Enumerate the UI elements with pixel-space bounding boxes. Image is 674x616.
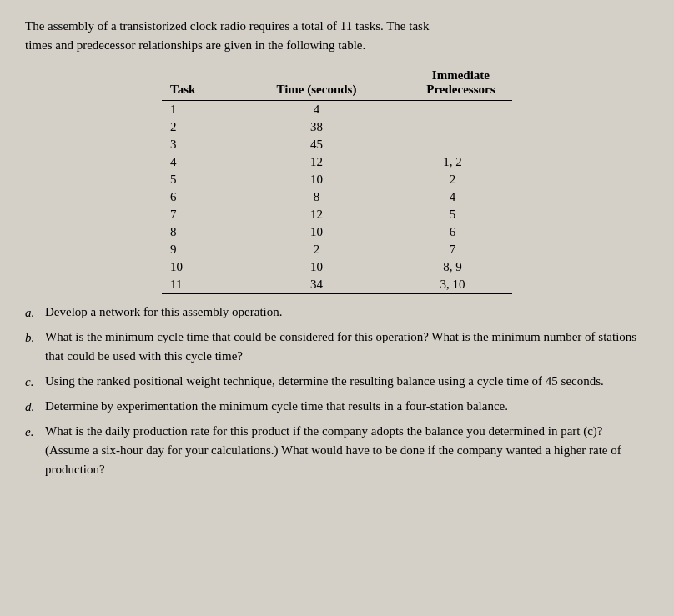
col-predecessors-header: Immediate Predecessors: [393, 68, 512, 101]
intro-line2: times and predecessor relationships are …: [25, 38, 365, 52]
predecessors-cell: [393, 118, 512, 136]
col-task-header: Task: [162, 68, 240, 101]
task-cell: 11: [162, 276, 240, 294]
task-cell: 10: [162, 258, 240, 276]
question-item: d.Determine by experimentation the minim…: [25, 397, 649, 417]
predecessors-cell: 4: [393, 188, 512, 206]
question-label: b.: [25, 328, 42, 348]
time-cell: 34: [240, 276, 393, 294]
task-cell: 7: [162, 206, 240, 223]
time-cell: 45: [240, 136, 393, 153]
intro-line1: The assembly of a transistorized clock r…: [25, 19, 429, 33]
assembly-table: Task Time (seconds) Immediate Predecesso…: [162, 68, 512, 294]
question-text: What is the minimum cycle time that coul…: [45, 328, 649, 367]
question-text: Determine by experimentation the minimum…: [45, 397, 508, 416]
time-cell: 10: [240, 171, 393, 188]
question-item: c.Using the ranked positional weight tec…: [25, 372, 649, 392]
table-body: 142383454121, 251026847125810692710108, …: [162, 101, 512, 294]
question-label: a.: [25, 303, 42, 323]
predecessors-cell: 5: [393, 206, 512, 223]
predecessors-cell: 8, 9: [393, 258, 512, 276]
question-item: e.What is the daily production rate for …: [25, 422, 649, 480]
task-cell: 3: [162, 136, 240, 153]
table-row: 11343, 10: [162, 276, 512, 294]
question-item: a.Develop a network for this assembly op…: [25, 303, 649, 323]
time-cell: 4: [240, 101, 393, 118]
table-row: 8106: [162, 223, 512, 241]
question-label: e.: [25, 422, 42, 442]
table-header-row: Task Time (seconds) Immediate Predecesso…: [162, 68, 512, 101]
col-time-header: Time (seconds): [240, 68, 393, 101]
task-cell: 1: [162, 101, 240, 118]
table-row: 238: [162, 118, 512, 136]
question-label: d.: [25, 397, 42, 417]
time-cell: 10: [240, 223, 393, 241]
time-cell: 38: [240, 118, 393, 136]
task-cell: 4: [162, 153, 240, 171]
predecessors-cell: 1, 2: [393, 153, 512, 171]
predecessors-cell: 3, 10: [393, 276, 512, 294]
table-footer-line: [162, 294, 512, 295]
question-text: What is the daily production rate for th…: [45, 422, 649, 480]
table-row: 14: [162, 101, 512, 118]
table-row: 684: [162, 188, 512, 206]
table-row: 5102: [162, 171, 512, 188]
predecessors-cell: [393, 101, 512, 118]
intro-paragraph: The assembly of a transistorized clock r…: [25, 17, 649, 54]
question-item: b.What is the minimum cycle time that co…: [25, 328, 649, 367]
task-cell: 8: [162, 223, 240, 241]
questions-section: a.Develop a network for this assembly op…: [25, 303, 649, 479]
table-row: 4121, 2: [162, 153, 512, 171]
time-cell: 10: [240, 258, 393, 276]
table-row: 927: [162, 241, 512, 258]
data-table-container: Task Time (seconds) Immediate Predecesso…: [25, 68, 649, 294]
table-row: 345: [162, 136, 512, 153]
predecessors-cell: 2: [393, 171, 512, 188]
question-text: Develop a network for this assembly oper…: [45, 303, 283, 322]
time-cell: 12: [240, 153, 393, 171]
predecessors-cell: [393, 136, 512, 153]
predecessors-cell: 7: [393, 241, 512, 258]
time-cell: 12: [240, 206, 393, 223]
task-cell: 5: [162, 171, 240, 188]
predecessors-cell: 6: [393, 223, 512, 241]
question-text: Using the ranked positional weight techn…: [45, 372, 604, 391]
time-cell: 8: [240, 188, 393, 206]
task-cell: 6: [162, 188, 240, 206]
table-row: 10108, 9: [162, 258, 512, 276]
task-cell: 2: [162, 118, 240, 136]
time-cell: 2: [240, 241, 393, 258]
question-label: c.: [25, 372, 42, 392]
task-cell: 9: [162, 241, 240, 258]
table-row: 7125: [162, 206, 512, 223]
